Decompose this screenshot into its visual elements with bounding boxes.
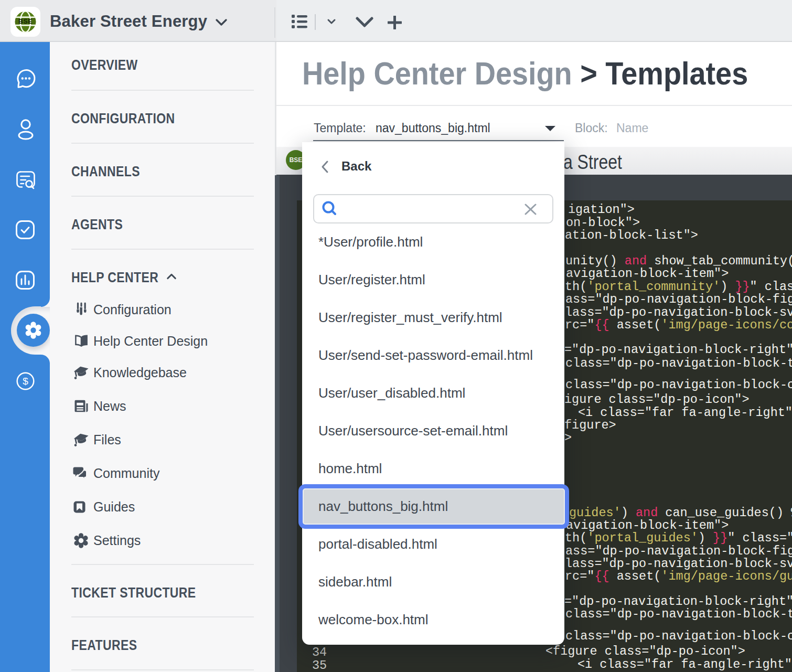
- svg-text:BSE: BSE: [18, 18, 33, 25]
- svg-text:$: $: [23, 376, 28, 387]
